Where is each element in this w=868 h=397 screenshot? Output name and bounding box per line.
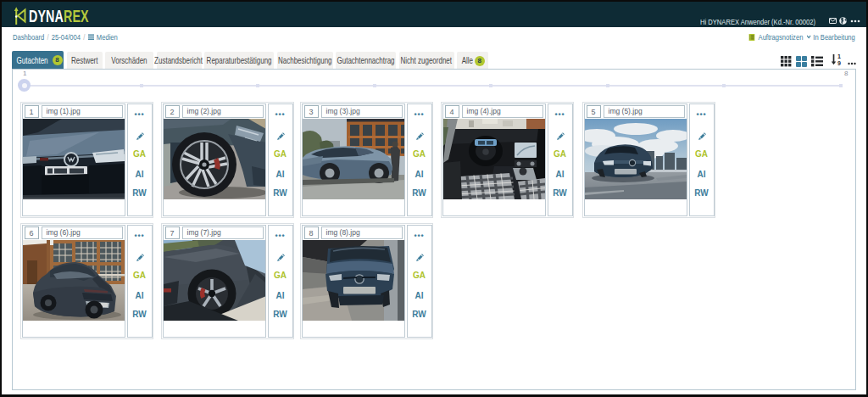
svg-text:1: 1 bbox=[837, 53, 841, 59]
svg-text:9: 9 bbox=[837, 60, 841, 66]
